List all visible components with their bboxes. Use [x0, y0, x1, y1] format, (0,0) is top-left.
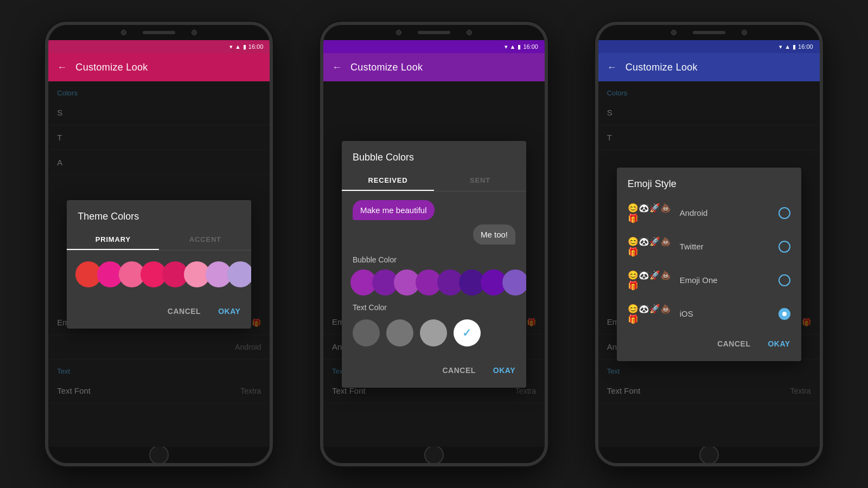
cancel-button-1[interactable]: CANCEL — [165, 303, 203, 320]
screen-content-3: Colors S T Emoji Style 😊🐼🚀💩🎁 Android Tex… — [598, 81, 820, 447]
back-button-1[interactable]: ← — [57, 62, 67, 73]
emoji-option-ios[interactable]: 😊🐼🚀💩🎁 iOS — [617, 297, 801, 331]
sensor-2 — [467, 30, 472, 35]
wifi-icon-3: ▾ — [779, 43, 782, 50]
tab-primary[interactable]: PRIMARY — [67, 229, 159, 250]
screen-content-1: Colors S T A Emoji Style 😊🐼🚀💩🎁 Android T… — [48, 81, 270, 447]
time-1: 16:00 — [248, 43, 264, 50]
android-emoji-label: Android — [680, 208, 773, 217]
sensor-1 — [192, 30, 197, 35]
ios-radio[interactable] — [778, 308, 790, 320]
home-button-3[interactable] — [699, 445, 719, 465]
dialog-title-2: Bubble Colors — [342, 141, 526, 170]
dialog-tabs-2[interactable]: RECEIVED SENT — [342, 170, 526, 191]
phone-wrapper: ▾ ▲ ▮ 16:00 ← Customize Look Colors S T … — [0, 0, 868, 488]
app-bar-title-1: Customize Look — [75, 62, 148, 73]
phone-1: ▾ ▲ ▮ 16:00 ← Customize Look Colors S T … — [45, 22, 273, 466]
emoji-option-emojione[interactable]: 😊🐼🚀💩🎁 Emoji One — [617, 264, 801, 297]
emoji-style-dialog: Emoji Style 😊🐼🚀💩🎁 Android 😊🐼🚀💩🎁 Twitter — [617, 168, 801, 361]
back-button-2[interactable]: ← — [332, 62, 342, 73]
android-radio[interactable] — [778, 207, 790, 219]
front-camera-3 — [671, 30, 676, 35]
signal-icon-2: ▲ — [510, 43, 516, 50]
bubble-color-label: Bubble Color — [342, 253, 526, 264]
twitter-emoji-label: Twitter — [680, 242, 773, 251]
battery-icon-1: ▮ — [243, 43, 246, 50]
signal-icon-1: ▲ — [235, 43, 241, 50]
text-color-label: Text Color — [342, 301, 526, 312]
tab-accent[interactable]: ACCENT — [159, 229, 251, 250]
phone-3: ▾ ▲ ▮ 16:00 ← Customize Look Colors S T … — [595, 22, 823, 466]
home-button-1[interactable] — [149, 445, 169, 465]
phone-screen-3: Colors S T Emoji Style 😊🐼🚀💩🎁 Android Tex… — [598, 81, 820, 447]
time-2: 16:00 — [523, 43, 538, 50]
app-bar-3: ← Customize Look — [598, 53, 820, 81]
dialog-overlay-1: Theme Colors PRIMARY ACCENT — [48, 81, 270, 447]
speaker-3 — [693, 31, 725, 34]
dialog-tabs-1[interactable]: PRIMARY ACCENT — [67, 229, 251, 251]
back-button-3[interactable]: ← — [607, 62, 617, 73]
battery-icon-2: ▮ — [518, 43, 521, 50]
twitter-emojis: 😊🐼🚀💩🎁 — [628, 236, 674, 257]
tswatch-3[interactable] — [420, 319, 447, 346]
text-color-swatches — [342, 312, 526, 357]
cancel-button-2[interactable]: CANCEL — [440, 362, 477, 379]
speaker-2 — [418, 31, 450, 34]
front-camera-1 — [121, 30, 126, 35]
emoji-option-android[interactable]: 😊🐼🚀💩🎁 Android — [617, 196, 801, 230]
status-icons-2: ▾ ▲ ▮ 16:00 — [505, 43, 538, 50]
home-button-2[interactable] — [424, 445, 444, 465]
swatch-purple-deep[interactable] — [227, 261, 251, 287]
app-bar-1: ← Customize Look — [48, 53, 270, 81]
time-3: 16:00 — [798, 43, 813, 50]
dialog-actions-1: CANCEL OKAY — [67, 298, 251, 329]
cancel-button-3[interactable]: CANCEL — [715, 335, 752, 352]
okay-button-3[interactable]: OKAY — [765, 335, 792, 352]
status-bar-2: ▾ ▲ ▮ 16:00 — [323, 40, 545, 53]
battery-icon-3: ▮ — [793, 43, 796, 50]
bubble-color-swatches — [342, 264, 526, 301]
tswatch-2[interactable] — [386, 319, 413, 346]
okay-button-2[interactable]: OKAY — [491, 362, 518, 379]
dialog-actions-3: CANCEL OKAY — [617, 331, 801, 361]
tswatch-1[interactable] — [353, 319, 380, 346]
bubble-colors-dialog: Bubble Colors RECEIVED SENT Make me beau… — [342, 141, 526, 388]
emojione-radio[interactable] — [778, 274, 790, 286]
screen-content-2: Emoji Style 😊🐼🚀💩🎁 Android Text Text Font… — [323, 81, 545, 447]
status-icons-3: ▾ ▲ ▮ 16:00 — [779, 43, 813, 50]
emojione-emoji-label: Emoji One — [680, 275, 773, 285]
android-emojis: 😊🐼🚀💩🎁 — [628, 203, 674, 223]
emoji-option-twitter[interactable]: 😊🐼🚀💩🎁 Twitter — [617, 230, 801, 264]
dialog-title-1: Theme Colors — [67, 200, 251, 229]
tab-sent[interactable]: SENT — [434, 170, 526, 191]
phone-bottom-1 — [48, 447, 270, 463]
status-bar-3: ▾ ▲ ▮ 16:00 — [598, 40, 820, 53]
bswatch-8[interactable] — [502, 269, 526, 296]
phone-bottom-3 — [598, 447, 820, 463]
wifi-icon-2: ▾ — [505, 43, 508, 50]
tab-received[interactable]: RECEIVED — [342, 170, 434, 191]
theme-colors-dialog: Theme Colors PRIMARY ACCENT — [67, 200, 251, 329]
bubble-preview: Make me beautiful Me too! — [342, 191, 526, 253]
phone-top-bar-2 — [323, 25, 545, 40]
app-bar-title-2: Customize Look — [350, 62, 423, 73]
phone-screen-1: Colors S T A Emoji Style 😊🐼🚀💩🎁 Android T… — [48, 81, 270, 447]
dialog-actions-2: CANCEL OKAY — [342, 357, 526, 388]
status-icons-1: ▾ ▲ ▮ 16:00 — [229, 43, 263, 50]
status-bar-1: ▾ ▲ ▮ 16:00 — [48, 40, 270, 53]
phone-screen-2: Emoji Style 😊🐼🚀💩🎁 Android Text Text Font… — [323, 81, 545, 447]
ios-emojis: 😊🐼🚀💩🎁 — [628, 304, 674, 324]
app-bar-title-3: Customize Look — [626, 62, 698, 73]
ios-emoji-label: iOS — [680, 309, 773, 318]
twitter-radio[interactable] — [778, 241, 790, 253]
tswatch-4[interactable] — [454, 319, 481, 346]
dialog-title-3: Emoji Style — [617, 168, 801, 196]
phone-top-bar-3 — [598, 25, 820, 40]
speaker-1 — [143, 31, 175, 34]
okay-button-1[interactable]: OKAY — [216, 303, 242, 320]
sent-bubble: Me too! — [473, 224, 515, 245]
received-bubble: Make me beautiful — [353, 200, 435, 220]
phone-2: ▾ ▲ ▮ 16:00 ← Customize Look Emoji Style… — [320, 22, 548, 466]
app-bar-2: ← Customize Look — [323, 53, 545, 81]
emojione-emojis: 😊🐼🚀💩🎁 — [628, 270, 674, 291]
